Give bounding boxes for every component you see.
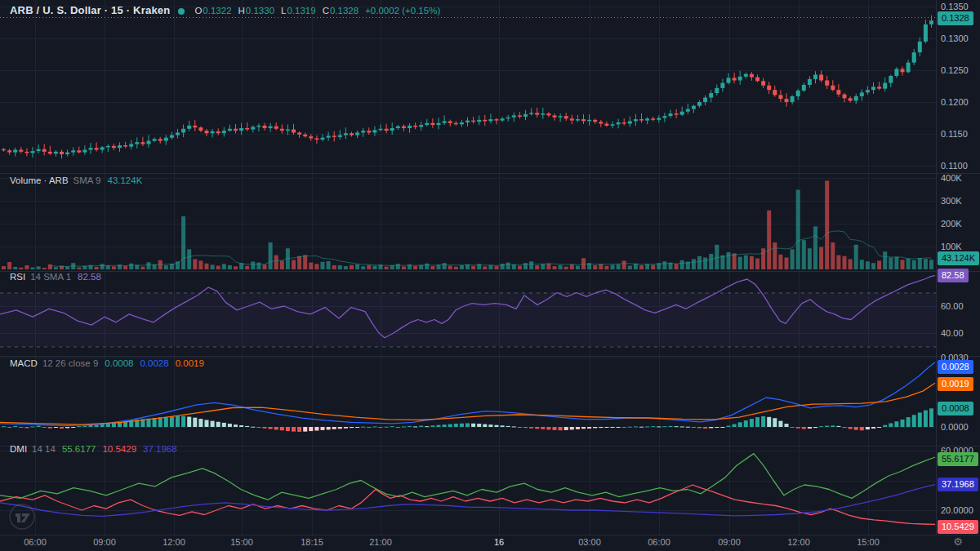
price-badge: 0.0028 [938,360,973,374]
dmi-plus-value: 55.6177 [62,444,96,454]
low-value: 0.1319 [287,6,315,16]
y-axis-label: 400K [941,171,962,184]
y-axis-label: 300K [941,194,962,207]
open-value: 0.1322 [203,6,231,16]
price-badge: 0.0019 [938,377,973,391]
macd-title: MACD [10,358,38,368]
price-badge: 0.1328 [938,11,973,25]
y-axis-label: 0.0000 [941,420,969,433]
volume-title: Volume · ARB [10,176,69,185]
high-value: 0.1330 [246,6,274,16]
volume-legend[interactable]: Volume · ARBSMA 943.124K [10,176,142,185]
macd-legend[interactable]: MACD12 26 close 90.00080.00280.0019 [10,358,204,368]
symbol-title[interactable]: ARB / U. S. Dollar · 15 · Kraken [10,4,170,16]
macd-hist-value: 0.0008 [105,358,133,368]
time-label: 06:00 [648,537,670,547]
price-badge: 82.58 [938,269,969,282]
y-axis-label: 0.1200 [941,96,969,109]
volume-params: SMA 9 [74,176,101,185]
chart-canvas[interactable] [0,0,980,551]
symbol-legend[interactable]: ARB / U. S. Dollar · 15 · KrakenO0.1322H… [10,4,440,16]
price-badge: 43.124K [938,251,979,265]
price-badge: 0.0008 [938,402,973,415]
dmi-params: 14 14 [32,444,56,454]
volume-value: 43.124K [107,176,142,185]
price-badge: 55.6177 [938,452,978,466]
market-status-icon[interactable] [178,8,185,15]
rsi-value: 82.58 [78,272,101,282]
macd-line-value: 0.0028 [140,358,168,368]
dmi-minus-value: 10.5429 [102,444,136,454]
macd-params: 12 26 close 9 [42,358,98,368]
y-axis-label: 0.1100 [941,159,968,172]
dmi-title: DMI [10,444,27,454]
dmi-legend[interactable]: DMI14 1455.617710.542937.1968 [10,444,177,454]
time-axis-settings-gear-icon[interactable]: ⚙ [947,535,969,549]
tradingview-logo-icon [7,501,39,534]
chart-window: ARB / U. S. Dollar · 15 · KrakenO0.1322H… [0,0,980,551]
time-label: 15:00 [230,537,253,547]
y-axis-label: 60.00 [941,300,964,313]
time-label: 06:00 [24,537,47,547]
time-label: 09:00 [93,537,116,547]
close-value: 0.1328 [330,6,359,16]
time-label: 15:00 [857,537,880,547]
rsi-params: 14 SMA 1 [30,272,71,282]
time-label: 09:00 [718,537,741,547]
y-axis-label: 0.1300 [941,32,969,45]
price-badge: 37.1968 [938,478,978,491]
time-label: 21:00 [369,537,392,547]
time-label: 03:00 [578,537,601,547]
time-label: 12:00 [163,537,185,547]
rsi-legend[interactable]: RSI14 SMA 182.58 [10,272,101,282]
change-value: +0.0002 (+0.15%) [365,6,440,16]
rsi-title: RSI [10,272,25,282]
time-label: 12:00 [787,537,810,547]
time-label: 18:15 [301,537,323,547]
high-label: H [238,6,245,16]
close-label: C [323,6,329,16]
y-axis-label: 20.0000 [941,504,973,517]
macd-signal-value: 0.0019 [176,358,204,368]
low-label: L [281,6,286,16]
y-axis-label: 40.00 [941,327,964,340]
y-axis-label: 0.1150 [941,127,968,140]
open-label: O [194,6,202,16]
time-label: 16 [494,537,504,547]
y-axis-label: 0.1250 [941,64,969,77]
price-badge: 10.5429 [938,520,978,534]
dmi-adx-value: 37.1968 [143,444,177,454]
y-axis-label: 200K [941,217,962,230]
